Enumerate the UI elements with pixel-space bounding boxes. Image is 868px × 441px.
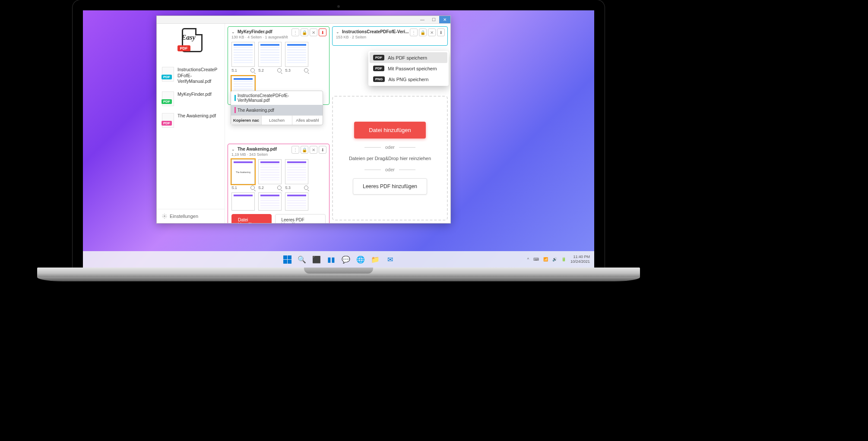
wifi-icon[interactable]: 📶 [543,257,548,261]
settings-button[interactable]: Einstellungen [157,209,225,223]
widgets-icon[interactable]: ▮▮ [325,253,338,266]
download-icon[interactable]: ⬇ [319,28,326,36]
group-mykeyfinder: ⌄ MyKeyFinder.pdf ⋮ 🔒 ✕ ⬇ 130 KB · 4 Sei… [228,26,329,105]
battery-icon[interactable]: 🔋 [561,257,566,261]
gear-icon [162,214,167,219]
add-empty-pdf-button[interactable]: Leeres PDF hinzufügen [275,214,326,223]
laptop-notch [304,268,373,274]
lock-icon[interactable]: 🔒 [419,28,427,36]
volume-icon[interactable]: 🔊 [552,257,557,261]
zoom-icon[interactable] [277,186,282,190]
group-awakening: ⌄ The Awakening.pdf ⋮ 🔒 ✕ ⬇ 1,19 MB · 34… [228,144,329,223]
zoom-icon[interactable] [250,68,255,72]
titlebar: — ☐ ✕ [157,16,450,24]
drag-selection-popup: InstructionsCreatePDFofE-VerifyManual.pd… [231,91,323,125]
add-empty-pdf-button-large[interactable]: Leeres PDF hinzufügen [353,178,427,195]
page-thumb[interactable]: S.2 [258,159,282,190]
start-button[interactable] [281,253,294,266]
maximize-button[interactable]: ☐ [428,16,439,23]
divider-or: oder [342,167,438,172]
explorer-icon[interactable]: 📁 [369,253,382,266]
file-name: MyKeyFinder.pdf [177,91,212,98]
close-icon[interactable]: ✕ [310,28,317,36]
sidebar-file-mykeyfinder[interactable]: PDF MyKeyFinder.pdf [160,88,221,110]
drag-item[interactable]: The Awakening.pdf [231,105,323,115]
mail-icon[interactable]: ✉ [383,253,396,266]
drop-zone[interactable]: Datei hinzufügen oder Dateien per Drag&D… [332,96,448,220]
save-as-png-item[interactable]: PNGAls PNG speichern [370,74,447,85]
page-thumb[interactable] [231,192,255,211]
add-file-button[interactable]: Datei hinzufügen [231,214,272,223]
page-thumb[interactable]: S.1 [231,42,255,72]
page-thumb[interactable] [285,192,308,211]
page-thumb[interactable]: S.3 [285,159,308,190]
zoom-icon[interactable] [277,68,282,72]
delete-button[interactable]: Löschen [262,116,292,125]
tray-chevron-icon[interactable]: ^ [527,257,529,261]
page-thumb[interactable] [258,192,282,211]
zoom-icon[interactable] [250,186,255,190]
taskbar: 🔍 ⬛ ▮▮ 💬 🌐 📁 ✉ ^ ⌨ 📶 🔊 🔋 11:40 PM [83,251,594,268]
download-icon[interactable]: ⬇ [437,28,445,36]
zoom-icon[interactable] [304,186,308,190]
divider-or: oder [342,145,438,150]
minimize-button[interactable]: — [417,16,428,23]
edge-icon[interactable]: 🌐 [354,253,367,266]
drag-item[interactable]: InstructionsCreatePDFofE-VerifyManual.pd… [231,91,323,105]
settings-label: Einstellungen [170,214,198,219]
copy-to-button[interactable]: Kopieren nac [231,116,262,125]
sidebar-file-awakening[interactable]: PDF The Awakening.pdf [160,110,221,131]
svg-point-0 [164,216,165,217]
sidebar-file-instructions[interactable]: PDF InstructionsCreatePDFofE-VerifyManua… [160,63,221,88]
lock-icon[interactable]: 🔒 [301,28,308,36]
add-file-button-large[interactable]: Datei hinzufügen [354,122,426,139]
save-with-password-item[interactable]: PDFMit Passwort speichern [370,63,447,74]
keyboard-icon[interactable]: ⌨ [533,257,539,261]
sidebar: Easy PDF PDF InstructionsCreatePDFofE-Ve… [157,24,225,223]
close-icon[interactable]: ✕ [310,146,317,154]
save-as-pdf-item[interactable]: PDFAls PDF speichern [370,52,447,63]
page-thumb[interactable]: S.2 [258,42,282,72]
deselect-all-button[interactable]: Alles abwähl [292,116,323,125]
task-view-icon[interactable]: ⬛ [310,253,323,266]
clock[interactable]: 11:40 PM 10/24/2021 [570,255,590,264]
more-icon[interactable]: ⋮ [291,146,299,154]
page-thumb[interactable]: S.3 [285,42,308,72]
app-window: — ☐ ✕ Easy PDF [156,16,451,224]
save-dropdown: PDFAls PDF speichern PDFMit Passwort spe… [368,51,449,86]
lock-icon[interactable]: 🔒 [301,146,308,154]
file-name: The Awakening.pdf [177,113,216,119]
group-instructions: ⌄ InstructionsCreatePDFofE-Veri... ⋮ 🔒 ✕… [332,26,448,46]
page-thumb[interactable]: The AwakeningS.1 [231,159,255,190]
chevron-down-icon[interactable]: ⌄ [231,147,235,151]
more-icon[interactable]: ⋮ [410,28,418,36]
more-icon[interactable]: ⋮ [291,28,299,36]
download-icon[interactable]: ⬇ [319,146,326,154]
dragdrop-hint: Dateien per Drag&Drop hier reinziehen [349,156,431,161]
search-icon[interactable]: 🔍 [295,253,308,266]
app-logo: Easy PDF [157,24,225,61]
file-name: InstructionsCreatePDFofE-VerifyManual.pd… [177,67,219,85]
zoom-icon[interactable] [304,68,308,72]
camera [337,5,340,8]
chevron-down-icon[interactable]: ⌄ [336,30,339,34]
close-icon[interactable]: ✕ [428,28,436,36]
close-button[interactable]: ✕ [439,16,450,23]
chat-icon[interactable]: 💬 [339,253,352,266]
chevron-down-icon[interactable]: ⌄ [231,30,235,34]
